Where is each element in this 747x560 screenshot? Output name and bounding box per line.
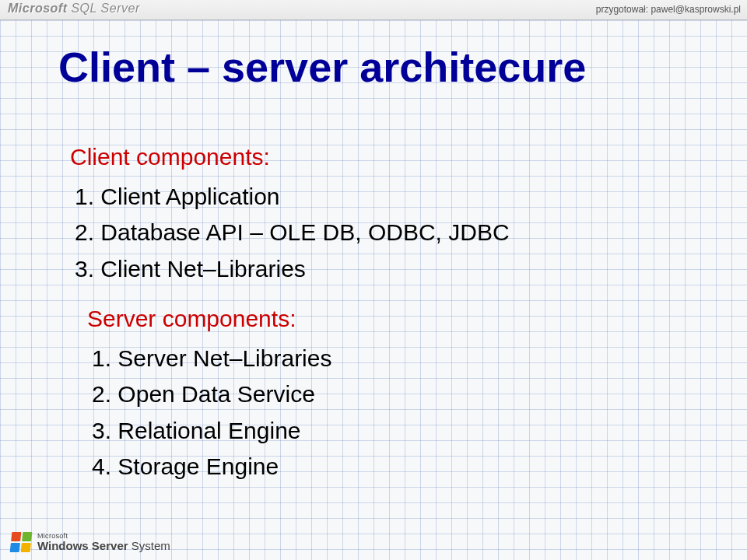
flag-square [11, 532, 21, 541]
server-section: Server components: Server Net–Libraries … [87, 301, 510, 485]
page-title: Client – server architecure [58, 43, 586, 91]
list-item: Client Net–Libraries [70, 251, 510, 288]
footer-logo: Microsoft Windows Server System [11, 532, 170, 552]
footer-product: Windows Server System [37, 540, 170, 551]
prepared-by: przygotował: pawel@kasprowski.pl [596, 4, 741, 15]
brand-main: Microsoft [8, 2, 68, 15]
server-components-heading: Server components: [87, 301, 510, 338]
client-components-heading: Client components: [70, 139, 510, 176]
topbar: Microsoft SQL Server przygotował: pawel@… [0, 0, 747, 20]
footer-product-light: System [128, 539, 170, 552]
list-item: Client Application [70, 179, 510, 215]
slide: Microsoft SQL Server przygotował: pawel@… [0, 0, 747, 560]
content-block: Client components: Client Application Da… [70, 136, 510, 499]
brand-label: Microsoft SQL Server [8, 2, 140, 16]
list-item: Storage Engine [87, 449, 510, 485]
footer-product-strong: Windows Server [37, 539, 128, 552]
list-item: Open Data Service [87, 376, 510, 413]
list-item: Relational Engine [87, 413, 510, 450]
windows-flag-icon [10, 532, 33, 552]
list-item: Database API – OLE DΒ, ODBC, JDBC [70, 215, 510, 251]
server-components-list: Server Net–Libraries Open Data Service R… [87, 341, 510, 485]
brand-rest: SQL Server [68, 2, 140, 15]
client-components-list: Client Application Database API – OLE DΒ… [70, 179, 510, 288]
flag-square [10, 543, 20, 552]
list-item: Server Net–Libraries [87, 341, 510, 377]
flag-square [21, 543, 31, 552]
flag-square [22, 532, 32, 541]
footer-text: Microsoft Windows Server System [37, 533, 170, 551]
